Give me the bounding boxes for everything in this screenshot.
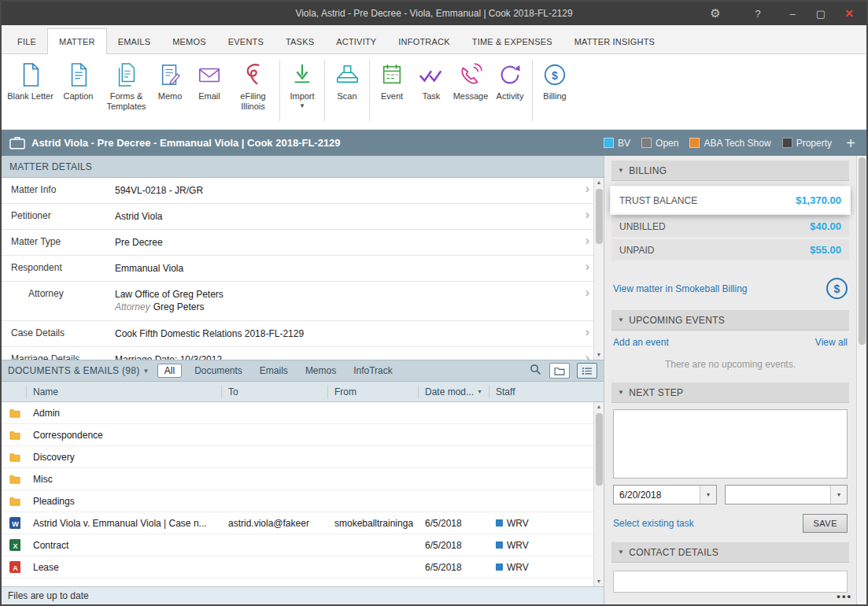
document-row-case-email[interactable]: W Astrid Viola v. Emmanual Viola | Case … (2, 512, 604, 534)
tag-bv[interactable]: BV (604, 138, 630, 149)
tag-property[interactable]: Property (782, 138, 832, 149)
save-button[interactable]: SAVE (803, 514, 848, 533)
billing-dollar-icon[interactable]: $ (826, 278, 848, 299)
view-all-events-link[interactable]: View all (815, 337, 848, 348)
scrollbar-thumb[interactable] (859, 157, 866, 345)
tab-time-expenses[interactable]: TIME & EXPENSES (461, 29, 563, 54)
view-matter-billing-link[interactable]: View matter in Smokeball Billing (613, 283, 748, 294)
window-controls: ⚙ ? – ▢ ✕ (701, 2, 866, 25)
tab-matter-insights[interactable]: MATTER INSIGHTS (563, 29, 666, 54)
sort-desc-icon: ▼ (477, 385, 482, 399)
svg-text:X: X (13, 542, 17, 550)
column-date-modified[interactable]: Date mod...▼ (419, 385, 489, 399)
event-button[interactable]: Event (372, 58, 412, 102)
efiling-illinois-button[interactable]: eFiling Illinois (229, 58, 277, 112)
help-icon[interactable]: ? (744, 2, 772, 25)
detail-row-matter-type[interactable]: Matter Type Pre Decree › (2, 230, 604, 256)
tab-events[interactable]: EVENTS (217, 29, 275, 54)
folder-view-button[interactable] (549, 363, 570, 379)
tab-memos[interactable]: MEMOS (161, 29, 217, 54)
folder-row-misc[interactable]: Misc (2, 468, 604, 490)
import-button[interactable]: Import ▼ (283, 58, 322, 109)
email-button[interactable]: Email (190, 58, 229, 102)
maximize-button[interactable]: ▢ (807, 2, 835, 25)
tab-activity[interactable]: ACTIVITY (325, 29, 387, 54)
forms-templates-button[interactable]: Forms & Templates (102, 58, 150, 112)
matter-details-scrollbar[interactable]: ▲ ▼ (593, 178, 604, 360)
next-step-input[interactable] (613, 409, 848, 479)
document-row-lease[interactable]: A Lease 6/5/2018 WRV (2, 556, 604, 578)
filter-all[interactable]: All (157, 364, 182, 378)
close-button[interactable]: ✕ (835, 2, 863, 25)
tab-tasks[interactable]: TASKS (275, 29, 325, 54)
add-tag-button[interactable]: + (843, 135, 859, 151)
filter-documents[interactable]: Documents (190, 364, 247, 378)
caption-button[interactable]: Caption (54, 58, 102, 102)
folder-icon (2, 496, 27, 506)
tag-open[interactable]: Open (641, 138, 678, 149)
detail-row-marriage-details[interactable]: Marriage Details Marriage Date: 10/3/201… (2, 347, 604, 360)
document-row-contract[interactable]: X Contract 6/5/2018 WRV (2, 534, 604, 556)
minimize-button[interactable]: – (778, 2, 807, 25)
list-view-button[interactable] (577, 363, 597, 379)
settings-gear-icon[interactable]: ⚙ (701, 2, 729, 25)
next-step-section-header[interactable]: ▼ NEXT STEP (611, 382, 849, 403)
next-step-assignee-dropdown[interactable]: ▼ (725, 485, 848, 504)
upcoming-events-section-header[interactable]: ▼ UPCOMING EVENTS (611, 310, 849, 331)
tab-matter[interactable]: MATTER (47, 28, 107, 54)
folder-row-correspondence[interactable]: Correspondence (2, 424, 604, 446)
search-icon[interactable] (530, 364, 541, 378)
detail-row-matter-info[interactable]: Matter Info 594VL-0218 - JR/GR › (2, 178, 604, 204)
matter-title: Astrid Viola - Pre Decree - Emmanual Vio… (31, 137, 341, 149)
scan-icon (334, 60, 360, 90)
scroll-up-icon[interactable]: ▲ (594, 178, 604, 187)
documents-emails-title[interactable]: DOCUMENTS & EMAILS (98) ▼ (8, 365, 150, 376)
chevron-down-icon: ▼ (700, 486, 716, 504)
tab-emails[interactable]: EMAILS (107, 29, 162, 54)
scroll-up-icon[interactable]: ▲ (594, 402, 604, 412)
column-from[interactable]: From (328, 385, 419, 399)
activity-button[interactable]: Activity (490, 58, 530, 102)
word-doc-icon: W (2, 517, 27, 529)
svg-text:$: $ (552, 69, 558, 82)
documents-scrollbar[interactable]: ▲ ▼ (593, 402, 604, 586)
chevron-right-icon: › (585, 286, 589, 299)
sidebar-scrollbar[interactable] (856, 156, 866, 604)
task-button[interactable]: Task (412, 58, 451, 102)
detail-row-respondent[interactable]: Respondent Emmanual Viola › (2, 256, 604, 282)
column-name[interactable]: Name (27, 385, 222, 399)
filter-memos[interactable]: Memos (301, 364, 341, 378)
column-to[interactable]: To (222, 385, 328, 399)
svg-text:W: W (12, 520, 19, 528)
detail-row-attorney[interactable]: Attorney Law Office of Greg Peters Attor… (2, 282, 604, 321)
matter-icon (9, 135, 25, 150)
select-existing-task-link[interactable]: Select existing task (613, 518, 694, 529)
trust-balance-row[interactable]: TRUST BALANCE $1,370.00 (611, 187, 849, 213)
message-button[interactable]: Message (451, 58, 490, 102)
scrollbar-thumb[interactable] (596, 413, 603, 486)
scan-button[interactable]: Scan (327, 58, 367, 102)
more-options-icon[interactable]: ••• (837, 590, 852, 602)
blank-letter-button[interactable]: Blank Letter (6, 58, 54, 102)
scroll-down-icon[interactable]: ▼ (594, 577, 604, 586)
contact-details-section-header[interactable]: ▼ CONTACT DETAILS (611, 542, 849, 563)
folder-row-discovery[interactable]: Discovery (2, 446, 604, 468)
tag-aba-tech-show[interactable]: ABA Tech Show (689, 138, 770, 149)
memo-button[interactable]: Memo (150, 58, 190, 102)
billing-section-header[interactable]: ▼ BILLING (611, 161, 849, 181)
scroll-down-icon[interactable]: ▼ (594, 350, 604, 360)
import-icon (290, 60, 314, 90)
filter-infotrack[interactable]: InfoTrack (349, 364, 397, 378)
tab-infotrack[interactable]: INFOTRACK (387, 29, 460, 54)
folder-row-admin[interactable]: Admin (2, 402, 604, 424)
folder-row-pleadings[interactable]: Pleadings (2, 490, 604, 512)
filter-emails[interactable]: Emails (255, 364, 293, 378)
detail-row-case-details[interactable]: Case Details Cook Fifth Domestic Relatio… (2, 321, 604, 347)
next-step-date-dropdown[interactable]: 6/20/2018 ▼ (613, 485, 717, 504)
billing-button[interactable]: $ Billing (535, 58, 574, 102)
tab-file[interactable]: FILE (6, 29, 47, 54)
column-staff[interactable]: Staff (489, 385, 593, 399)
add-event-link[interactable]: Add an event (613, 337, 669, 348)
scrollbar-thumb[interactable] (596, 189, 603, 244)
detail-row-petitioner[interactable]: Petitioner Astrid Viola › (2, 204, 604, 230)
